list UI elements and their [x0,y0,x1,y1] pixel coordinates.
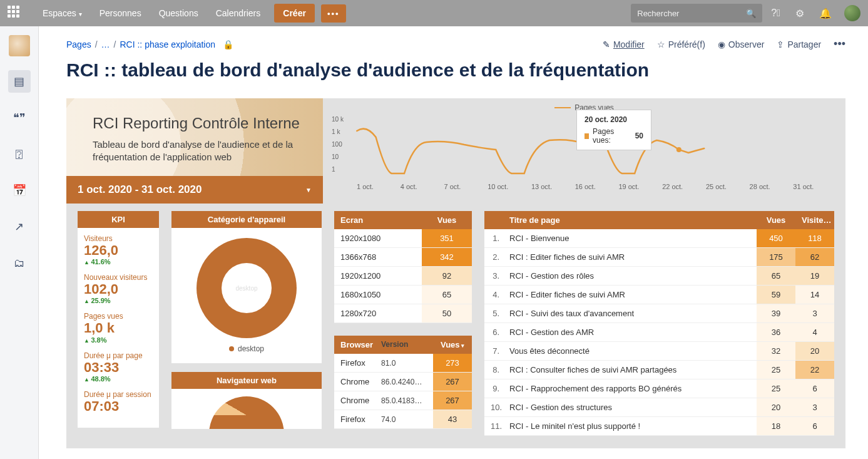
svg-text:1: 1 [332,166,335,173]
table-row[interactable]: 10.RCI - Gestion des structures203 [484,398,834,417]
nav-espaces[interactable]: Espaces▾ [35,3,89,23]
notifications-icon[interactable]: 🔔 [813,8,838,19]
browser-pie [209,396,284,429]
table-row[interactable]: Firefox81.0273 [334,354,472,373]
search-input[interactable] [637,9,746,18]
gear-icon[interactable]: ⚙ [789,8,810,19]
bc-pages[interactable]: Pages [66,39,91,49]
table-row[interactable]: 2.RCI : Editer fiches de suivi AMR17562 [484,248,834,267]
pencil-icon: ✎ [603,39,610,49]
watch-action[interactable]: ◉Observer [718,39,765,49]
bc-ellipsis[interactable]: … [101,39,110,49]
table-row[interactable]: Chrome86.0.4240…267 [334,373,472,391]
table-row[interactable]: 7.Vous êtes déconnecté3220 [484,342,834,361]
nav-questions[interactable]: Questions [151,3,206,23]
table-row[interactable]: Chrome85.0.4183…267 [334,391,472,410]
browser-card: Navigateur web [171,372,322,429]
device-card: Catégorie d'appareil desktop desktop [171,211,322,363]
shortcuts-icon[interactable]: ↗ [8,215,31,238]
tree-icon[interactable]: 🗂 [8,252,31,274]
nav-personnes[interactable]: Personnes [92,3,149,23]
share-action[interactable]: ⇪Partager [777,39,821,49]
table-row[interactable]: 11.RCI - Le minitel n'est plus supporté … [484,417,834,436]
breadcrumb-row: Pages / … / RCI :: phase exploitation 🔒 … [66,38,845,51]
svg-point-5 [677,147,682,152]
chart-x-axis: 1 oct.4 oct.7 oct.10 oct.13 oct.16 oct.1… [332,183,837,190]
kpi-item: Pages vues1,0 k3.8% [84,312,153,343]
dash-subtitle: Tableau de bord d'analyse de l'audience … [93,138,304,164]
search-box[interactable]: 🔍 [631,4,762,23]
kpi-item: Durée μ par page03:3348.8% [84,351,153,383]
kpi-item: Nouveaux visiteurs102,025.9% [84,273,153,304]
table-row[interactable]: 8.RCI : Consulter fiches de suivi AMR pa… [484,361,834,379]
svg-text:10 k: 10 k [332,116,344,123]
svg-text:1 k: 1 k [332,128,340,135]
table-row[interactable]: 6.RCI - Gestion des AMR364 [484,323,834,342]
dashboard: RCI Reporting Contrôle Interne Tableau d… [66,98,845,448]
create-button[interactable]: Créer [274,4,315,23]
chart-tooltip: 20 oct. 2020 Pages vues: 50 [576,110,651,150]
restricted-icon[interactable]: 🔒 [223,39,233,49]
blogposts-icon[interactable]: ❝❞ [8,106,31,129]
bc-current[interactable]: RCI :: phase exploitation [120,39,215,49]
device-donut: desktop [197,238,297,338]
navweb-header: Navigateur web [171,372,322,389]
questions-icon[interactable]: ⍰ [8,143,31,165]
calendar-icon[interactable]: 📅 [8,179,31,202]
kpi-card: KPI Visiteurs126,041.6%Nouveaux visiteur… [78,211,159,428]
table-row[interactable]: 1366x768342 [334,248,472,267]
screen-table: EcranVues 1920x10803511366x7683421920x12… [334,211,472,323]
more-button[interactable]: ••• [321,4,346,23]
kpi-header: KPI [78,211,159,228]
table-row[interactable]: 1920x1080351 [334,229,472,248]
table-row[interactable]: 4.RCI - Editer fiches de suivi AMR5914 [484,286,834,304]
device-legend: desktop [181,344,312,353]
trend-chart: Pages vues 20 oct. 2020 Pages vues: 50 1… [323,98,845,199]
favorite-action[interactable]: ☆Préféré(f) [657,39,705,49]
kpi-item: Durée μ par session07:03 [84,390,153,414]
svg-text:10: 10 [332,153,339,160]
table-row[interactable]: 5.RCI - Suivi des taux d'avancement393 [484,304,834,323]
table-row[interactable]: 1680x105065 [334,286,472,304]
help-icon[interactable]: ?⃝ [765,8,787,19]
page-title: RCI :: tableau de bord d'analyse d'audie… [66,59,845,81]
browser-table: BrowserVersionVues Firefox81.0273Chrome8… [334,336,472,429]
chevron-down-icon: ▼ [305,187,312,193]
search-icon[interactable]: 🔍 [746,9,756,18]
table-row[interactable]: 9.RCI - Rapprochement des rapports BO gé… [484,379,834,398]
apps-menu-icon[interactable] [8,6,23,21]
page-more-icon[interactable]: ••• [834,38,845,51]
top-nav: Espaces▾ Personnes Questions Calendriers… [0,0,868,26]
nav-calendriers[interactable]: Calendriers [208,3,268,23]
share-icon: ⇪ [777,39,784,49]
table-row[interactable]: 1920x120092 [334,267,472,286]
space-avatar[interactable] [9,35,30,56]
dashboard-header: RCI Reporting Contrôle Interne Tableau d… [66,98,323,176]
page-actions: ✎Modifier ☆Préféré(f) ◉Observer ⇪Partage… [603,38,845,51]
kpi-item: Visiteurs126,041.6% [84,234,153,266]
svg-text:100: 100 [332,141,342,148]
table-row[interactable]: 1280x72050 [334,304,472,323]
page-content: Pages / … / RCI :: phase exploitation 🔒 … [39,26,868,448]
avatar[interactable] [844,5,860,21]
pages-table: Titre de pageVuesVisite… 1.RCI - Bienven… [484,211,834,436]
table-row[interactable]: 3.RCI - Gestion des rôles6519 [484,267,834,286]
pages-icon[interactable]: ▤ [8,70,31,93]
eye-icon: ◉ [718,39,725,49]
date-range-selector[interactable]: 1 oct. 2020 - 31 oct. 2020▼ [66,176,323,204]
star-icon: ☆ [657,39,665,49]
edit-action[interactable]: ✎Modifier [603,39,645,49]
table-row[interactable]: 1.RCI - Bienvenue450118 [484,229,834,248]
device-header: Catégorie d'appareil [171,211,322,228]
table-row[interactable]: Firefox74.043 [334,410,472,429]
left-rail: ▤ ❝❞ ⍰ 📅 ↗ 🗂 [0,26,39,448]
breadcrumb: Pages / … / RCI :: phase exploitation 🔒 [66,39,233,49]
dash-title: RCI Reporting Contrôle Interne [93,115,304,132]
